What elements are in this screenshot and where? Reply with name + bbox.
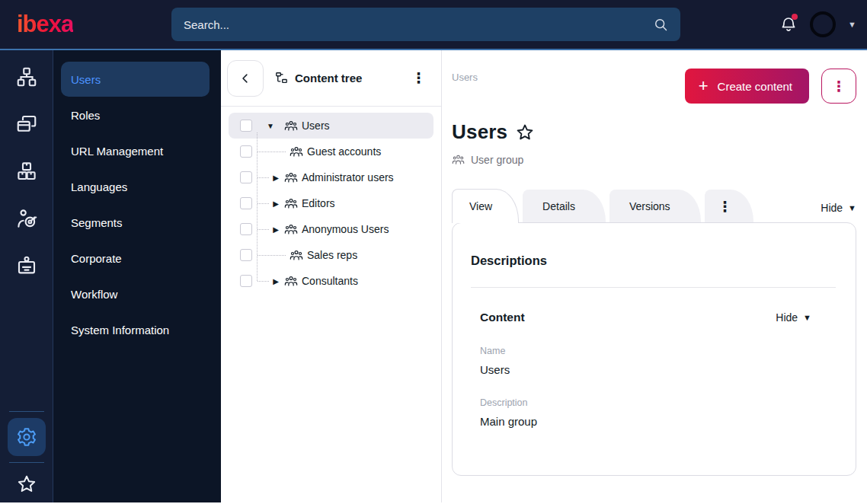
boxes-icon[interactable]	[15, 160, 38, 183]
tree-checkbox[interactable]	[240, 249, 252, 261]
id-badge-icon[interactable]	[15, 254, 38, 277]
caret-down-icon: ▼	[848, 203, 856, 212]
tree-row-editors[interactable]: ▶ Editors	[229, 190, 434, 216]
tree-options-kebab-icon[interactable]: ⋮	[407, 68, 430, 88]
content-section: Content Hide ▼ Name Users Description Ma…	[471, 311, 836, 428]
tree-guide-line	[258, 255, 286, 256]
content-tree-title: Content tree	[274, 71, 362, 85]
caret-right-icon[interactable]: ▶	[271, 199, 280, 208]
user-group-icon	[284, 171, 298, 184]
search-icon[interactable]	[653, 17, 668, 32]
rail-divider	[9, 411, 44, 412]
content-tree-panel: Content tree ⋮ ▼ Users Guest accounts	[221, 50, 442, 502]
sidebar-item-users[interactable]: Users	[61, 62, 210, 97]
user-group-icon	[284, 119, 298, 132]
caret-right-icon[interactable]: ▶	[271, 225, 280, 234]
caret-down-icon: ▼	[803, 313, 811, 322]
hide-tabs-toggle[interactable]: Hide ▼	[821, 202, 856, 223]
tree-checkbox[interactable]	[240, 145, 252, 158]
content-heading: Content	[480, 311, 525, 324]
tree-checkbox[interactable]	[240, 275, 252, 287]
caret-down-icon[interactable]: ▼	[266, 122, 275, 130]
tabs-row: View Details Versions ⋮ Hide ▼	[452, 189, 856, 223]
tab-view[interactable]: View	[452, 189, 519, 223]
field-name: Name Users	[480, 346, 836, 376]
tree-row-users[interactable]: ▼ Users	[229, 113, 434, 139]
caret-right-icon[interactable]: ▶	[271, 277, 280, 285]
tab-details[interactable]: Details	[523, 190, 606, 223]
target-person-icon[interactable]	[15, 207, 38, 230]
tree-checkbox[interactable]	[240, 120, 252, 132]
rail-bottom	[0, 405, 53, 502]
tree-guide-line	[258, 203, 269, 204]
tree-row-guest-accounts[interactable]: Guest accounts	[229, 139, 434, 164]
user-group-icon	[452, 153, 465, 166]
sidebar-item-corporate[interactable]: Corporate	[61, 241, 210, 276]
user-menu-chevron-down-icon[interactable]: ▼	[848, 20, 856, 29]
sidebar-item-system-information[interactable]: System Information	[61, 312, 210, 347]
sidebar-item-segments[interactable]: Segments	[61, 205, 210, 240]
tree-guide-line	[258, 152, 286, 152]
user-avatar[interactable]	[810, 11, 836, 37]
content-type-label: User group	[452, 153, 856, 166]
collapse-tree-button[interactable]	[227, 60, 264, 97]
user-group-icon	[284, 222, 298, 236]
bookmarks-star-icon[interactable]	[16, 474, 37, 495]
caret-right-icon[interactable]: ▶	[271, 174, 280, 182]
tab-versions[interactable]: Versions	[609, 190, 701, 223]
sidebar-item-url-management[interactable]: URL Management	[61, 133, 210, 168]
notifications-button[interactable]	[779, 15, 798, 33]
create-content-button[interactable]: + Create content	[685, 69, 809, 104]
chevron-left-icon	[238, 72, 252, 85]
tree-guide-line	[258, 229, 269, 230]
main-content: Users + Create content ⋮ Users User grou…	[442, 50, 867, 502]
topbar-right: ▼	[779, 11, 867, 37]
sidebar-item-roles[interactable]: Roles	[61, 97, 210, 132]
favorite-star-icon[interactable]	[515, 123, 535, 142]
hide-content-toggle[interactable]: Hide ▼	[776, 311, 811, 324]
rail-divider	[9, 462, 44, 463]
tree-icon	[274, 71, 289, 85]
content-tree-header: Content tree ⋮	[221, 50, 441, 107]
content-options-kebab-icon[interactable]: ⋮	[821, 69, 856, 104]
sidebar-item-languages[interactable]: Languages	[61, 169, 210, 204]
icon-rail	[0, 50, 53, 502]
tree-row-consultants[interactable]: ▶ Consultants	[229, 268, 434, 294]
tree-children: Guest accounts ▶ Administrator users ▶ E…	[221, 139, 441, 294]
user-group-icon	[284, 274, 298, 288]
page-title: Users	[452, 120, 507, 144]
tab-more-kebab-icon[interactable]: ⋮	[705, 190, 753, 223]
header-actions: + Create content ⋮	[685, 69, 856, 104]
ibexa-logo[interactable]: ibexa	[17, 11, 73, 37]
logo-container: ibexa	[0, 11, 171, 38]
content-tree: ▼ Users Guest accounts ▶ Administrator u…	[221, 107, 441, 300]
tree-row-administrator-users[interactable]: ▶ Administrator users	[229, 164, 434, 190]
section-divider	[471, 287, 836, 288]
windows-icon[interactable]	[15, 113, 38, 136]
user-group-icon	[290, 248, 303, 262]
top-bar: ibexa ▼	[0, 0, 867, 50]
main-header: Users + Create content ⋮	[452, 69, 856, 104]
descriptions-heading: Descriptions	[471, 254, 836, 268]
plus-icon: +	[699, 78, 709, 94]
breadcrumb[interactable]: Users	[452, 72, 478, 83]
tree-checkbox[interactable]	[240, 197, 252, 209]
page-title-row: Users	[452, 120, 856, 144]
tree-checkbox[interactable]	[240, 223, 252, 235]
admin-sidebar: Users Roles URL Management Languages Seg…	[53, 50, 221, 502]
gear-icon	[16, 426, 37, 448]
tree-guide-line	[258, 177, 269, 178]
admin-settings-button[interactable]	[8, 418, 46, 456]
user-group-icon	[290, 145, 303, 158]
field-description: Description Main group	[480, 397, 836, 428]
tree-checkbox[interactable]	[240, 171, 252, 183]
user-group-icon	[284, 196, 298, 210]
search-input[interactable]	[184, 18, 653, 31]
view-tab-card: Descriptions Content Hide ▼ Name Users D…	[452, 222, 856, 476]
tree-guide-line	[258, 281, 269, 282]
sidebar-item-workflow[interactable]: Workflow	[61, 276, 210, 311]
global-search[interactable]	[171, 8, 680, 41]
sitemap-icon[interactable]	[15, 65, 38, 88]
tree-row-anonymous-users[interactable]: ▶ Anonymous Users	[229, 216, 434, 242]
tree-row-sales-reps[interactable]: Sales reps	[229, 242, 434, 268]
